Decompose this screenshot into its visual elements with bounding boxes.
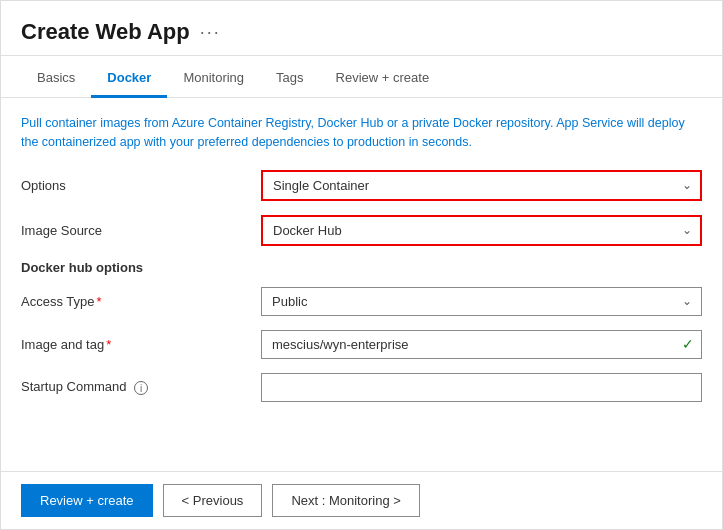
header: Create Web App ··· (1, 1, 722, 56)
image-source-label: Image Source (21, 223, 261, 238)
image-source-control: Docker Hub ⌄ (261, 215, 702, 246)
image-tag-row: Image and tag* ✓ (21, 330, 702, 359)
access-type-select-wrapper[interactable]: Public ⌄ (261, 287, 702, 316)
image-tag-required: * (106, 337, 111, 352)
docker-hub-heading: Docker hub options (21, 260, 143, 275)
access-type-control: Public ⌄ (261, 287, 702, 316)
access-type-required: * (96, 294, 101, 309)
startup-command-input[interactable] (261, 373, 702, 402)
page-title: Create Web App (21, 19, 190, 45)
options-label: Options (21, 178, 261, 193)
options-select-wrapper[interactable]: Single Container ⌄ (261, 170, 702, 201)
image-source-select[interactable]: Docker Hub (261, 215, 702, 246)
options-select[interactable]: Single Container (261, 170, 702, 201)
access-type-label: Access Type* (21, 294, 261, 309)
tab-tags[interactable]: Tags (260, 60, 319, 98)
options-control: Single Container ⌄ (261, 170, 702, 201)
access-type-select[interactable]: Public (261, 287, 702, 316)
image-tag-label: Image and tag* (21, 337, 261, 352)
check-icon: ✓ (682, 336, 694, 352)
startup-command-label: Startup Command i (21, 379, 261, 395)
header-dots: ··· (200, 22, 221, 43)
tab-review-create[interactable]: Review + create (320, 60, 446, 98)
create-web-app-window: Create Web App ··· Basics Docker Monitor… (0, 0, 723, 530)
footer: Review + create < Previous Next : Monito… (1, 471, 722, 529)
next-monitoring-button[interactable]: Next : Monitoring > (272, 484, 419, 517)
tab-bar: Basics Docker Monitoring Tags Review + c… (1, 60, 722, 98)
info-icon: i (134, 381, 148, 395)
image-tag-control: ✓ (261, 330, 702, 359)
startup-command-control (261, 373, 702, 402)
previous-button[interactable]: < Previous (163, 484, 263, 517)
tab-docker[interactable]: Docker (91, 60, 167, 98)
tab-monitoring[interactable]: Monitoring (167, 60, 260, 98)
access-type-row: Access Type* Public ⌄ (21, 287, 702, 316)
image-source-select-wrapper[interactable]: Docker Hub ⌄ (261, 215, 702, 246)
image-source-row: Image Source Docker Hub ⌄ (21, 215, 702, 246)
startup-command-row: Startup Command i (21, 373, 702, 402)
image-tag-input-wrapper: ✓ (261, 330, 702, 359)
main-content: Pull container images from Azure Contain… (1, 98, 722, 471)
description-text: Pull container images from Azure Contain… (21, 114, 702, 152)
tab-basics[interactable]: Basics (21, 60, 91, 98)
options-row: Options Single Container ⌄ (21, 170, 702, 201)
review-create-button[interactable]: Review + create (21, 484, 153, 517)
image-tag-input[interactable] (261, 330, 702, 359)
